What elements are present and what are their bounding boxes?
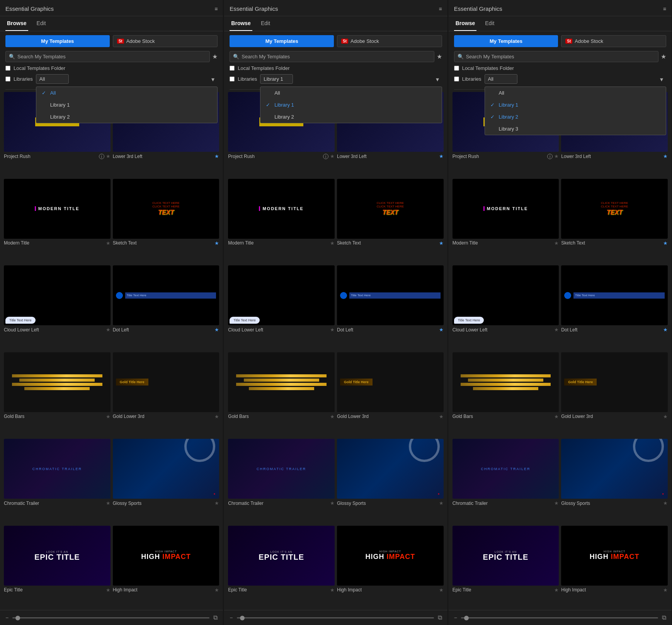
zoom-slider[interactable]: [12, 617, 209, 618]
template-star-icon[interactable]: ★: [439, 153, 444, 159]
template-item[interactable]: MODERN TITLE Modern Title ★: [453, 179, 559, 263]
template-star-icon[interactable]: ★: [214, 153, 219, 159]
search-box[interactable]: 🔍 Search My Templates: [230, 51, 434, 62]
tab-edit[interactable]: Edit: [35, 16, 48, 31]
template-star-icon[interactable]: ★: [439, 327, 444, 333]
dropdown-item[interactable]: Library 3: [485, 123, 666, 135]
template-star-icon[interactable]: ★: [330, 414, 335, 419]
template-item[interactable]: Title Text Here Cloud Lower Left ★: [4, 265, 111, 350]
info-icon[interactable]: i: [99, 154, 104, 159]
template-star-icon[interactable]: ★: [106, 414, 111, 419]
template-star-icon[interactable]: ★: [330, 240, 335, 246]
template-star-icon[interactable]: ★: [330, 587, 335, 593]
template-item[interactable]: Title Text Here Cloud Lower Left ★: [453, 265, 559, 350]
template-star-icon[interactable]: ★: [663, 587, 668, 593]
info-icon[interactable]: i: [323, 154, 328, 159]
libraries-checkbox[interactable]: [5, 76, 10, 82]
library-select[interactable]: AllLibrary 1Library 2: [36, 74, 69, 84]
template-item[interactable]: HIGH IMPACT HIGH IMPACT High Impact ★: [337, 526, 444, 610]
tab-edit[interactable]: Edit: [483, 16, 496, 31]
tab-browse[interactable]: Browse: [230, 16, 252, 31]
template-star-icon[interactable]: ★: [214, 240, 219, 246]
libraries-checkbox[interactable]: [230, 76, 235, 82]
template-item[interactable]: LOOK IT'S AN EPIC TITLE Epic Title ★: [453, 526, 559, 610]
template-item[interactable]: Title Text Here Dot Left ★: [337, 265, 444, 350]
local-templates-checkbox[interactable]: [454, 66, 459, 71]
template-star-icon[interactable]: ★: [663, 240, 668, 246]
dropdown-item[interactable]: ✓ Library 1: [485, 99, 666, 111]
search-box[interactable]: 🔍 Search My Templates: [5, 51, 210, 62]
hamburger-icon[interactable]: ≡: [439, 6, 442, 12]
template-item[interactable]: CHROMATIC TRAILER Chromatic Trailer ★: [453, 439, 559, 523]
template-star-icon[interactable]: ★: [106, 587, 111, 593]
tab-browse[interactable]: Browse: [5, 16, 28, 31]
template-star-icon[interactable]: ★: [554, 153, 559, 159]
zoom-slider[interactable]: [461, 617, 658, 618]
template-item[interactable]: CHROMATIC TRAILER Chromatic Trailer ★: [4, 439, 111, 523]
template-item[interactable]: ● Glossy Sports ★: [561, 439, 668, 523]
dropdown-item[interactable]: ✓ Library 1: [260, 99, 441, 111]
template-star-icon[interactable]: ★: [214, 327, 219, 333]
favorites-star-icon[interactable]: ★: [661, 53, 666, 60]
template-item[interactable]: ● Glossy Sports ★: [337, 439, 444, 523]
template-star-icon[interactable]: ★: [554, 500, 559, 506]
my-templates-button[interactable]: My Templates: [230, 35, 334, 47]
template-star-icon[interactable]: ★: [439, 240, 444, 246]
template-star-icon[interactable]: ★: [330, 500, 335, 506]
template-item[interactable]: Gold Bars ★: [228, 352, 335, 437]
dropdown-item[interactable]: All: [260, 87, 441, 99]
template-star-icon[interactable]: ★: [554, 587, 559, 593]
library-select[interactable]: AllLibrary 1Library 2Library 3: [485, 74, 517, 84]
favorites-star-icon[interactable]: ★: [212, 53, 218, 60]
dropdown-item[interactable]: Library 2: [260, 111, 441, 123]
add-to-sequence-icon[interactable]: ⧉: [662, 614, 666, 621]
template-item[interactable]: Gold Bars ★: [453, 352, 559, 437]
template-star-icon[interactable]: ★: [106, 500, 111, 506]
template-item[interactable]: Gold Title Here Gold Lower 3rd ★: [337, 352, 444, 437]
local-templates-checkbox[interactable]: [230, 66, 235, 71]
template-item[interactable]: ● Glossy Sports ★: [113, 439, 219, 523]
template-item[interactable]: Gold Title Here Gold Lower 3rd ★: [561, 352, 668, 437]
template-item[interactable]: HIGH IMPACT HIGH IMPACT High Impact ★: [113, 526, 219, 610]
dropdown-item[interactable]: Library 2: [36, 111, 217, 123]
adobe-stock-button[interactable]: St Adobe Stock: [337, 35, 442, 47]
template-star-icon[interactable]: ★: [554, 240, 559, 246]
tab-edit[interactable]: Edit: [259, 16, 272, 31]
template-star-icon[interactable]: ★: [439, 414, 444, 419]
template-star-icon[interactable]: ★: [106, 327, 111, 333]
adobe-stock-button[interactable]: St Adobe Stock: [113, 35, 218, 47]
libraries-checkbox[interactable]: [454, 76, 459, 82]
template-star-icon[interactable]: ★: [663, 500, 668, 506]
template-star-icon[interactable]: ★: [439, 587, 444, 593]
template-star-icon[interactable]: ★: [330, 153, 335, 159]
template-star-icon[interactable]: ★: [554, 414, 559, 419]
adobe-stock-button[interactable]: St Adobe Stock: [561, 35, 666, 47]
dropdown-item[interactable]: All: [485, 87, 666, 99]
template-star-icon[interactable]: ★: [214, 587, 219, 593]
hamburger-icon[interactable]: ≡: [214, 6, 218, 12]
template-item[interactable]: Gold Bars ★: [4, 352, 111, 437]
template-item[interactable]: LOOK IT'S AN EPIC TITLE Epic Title ★: [228, 526, 335, 610]
template-star-icon[interactable]: ★: [214, 500, 219, 506]
template-item[interactable]: HIGH IMPACT HIGH IMPACT High Impact ★: [561, 526, 668, 610]
info-icon[interactable]: i: [547, 154, 553, 159]
library-select[interactable]: AllLibrary 1Library 2: [260, 74, 293, 84]
template-star-icon[interactable]: ★: [439, 500, 444, 506]
add-to-sequence-icon[interactable]: ⧉: [213, 614, 218, 621]
template-item[interactable]: Title Text Here Dot Left ★: [113, 265, 219, 350]
template-item[interactable]: LOOK IT'S AN EPIC TITLE Epic Title ★: [4, 526, 111, 610]
template-star-icon[interactable]: ★: [106, 240, 111, 246]
dropdown-item[interactable]: ✓ Library 2: [485, 111, 666, 123]
template-item[interactable]: CHROMATIC TRAILER Chromatic Trailer ★: [228, 439, 335, 523]
template-star-icon[interactable]: ★: [554, 327, 559, 333]
hamburger-icon[interactable]: ≡: [663, 6, 666, 12]
template-item[interactable]: MODERN TITLE Modern Title ★: [4, 179, 111, 263]
tab-browse[interactable]: Browse: [454, 16, 477, 31]
favorites-star-icon[interactable]: ★: [437, 53, 442, 60]
template-item[interactable]: Gold Title Here Gold Lower 3rd ★: [113, 352, 219, 437]
template-star-icon[interactable]: ★: [663, 153, 668, 159]
dropdown-item[interactable]: Library 1: [36, 99, 217, 111]
add-to-sequence-icon[interactable]: ⧉: [438, 614, 442, 621]
template-item[interactable]: Title Text Here Dot Left ★: [561, 265, 668, 350]
my-templates-button[interactable]: My Templates: [5, 35, 110, 47]
